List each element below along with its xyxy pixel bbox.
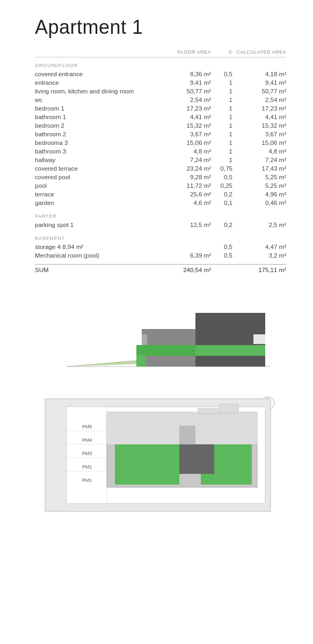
row-c: 1 (211, 105, 232, 112)
row-name: parking spot 1 (35, 222, 163, 228)
table-row: covered terrace23,24 m²0,7517,43 m² (35, 164, 286, 173)
row-name: covered terrace (35, 165, 163, 172)
svg-rect-4 (195, 345, 265, 356)
row-c: 1 (211, 140, 232, 146)
row-c: 1 (211, 88, 232, 94)
row-calc: 4,18 m² (232, 71, 286, 77)
table-row: terrace25,6 m²0,24,96 m² (35, 190, 286, 199)
sum-label: SUM (35, 267, 163, 273)
row-calc: 7,24 m² (232, 157, 286, 163)
row-c: 1 (211, 157, 232, 163)
table-row: parking spot 112,5 m²0,22,5 m² (35, 221, 286, 229)
row-area: 3,67 m² (163, 131, 211, 137)
table-body: GROUNDFLOORcovered entrance8,36 m²0,54,1… (35, 58, 286, 262)
section-label: PARTER (35, 209, 286, 221)
row-calc: 4,8 m² (232, 148, 286, 155)
floorplan-svg: N PM5 PM4 PM3 PM2 PM1 (37, 393, 284, 517)
row-calc: 3,67 m² (232, 131, 286, 137)
row-c: 1 (211, 79, 232, 86)
row-calc: 17,23 m² (232, 105, 286, 112)
row-c: 0,75 (211, 165, 232, 172)
row-calc: 15,06 m² (232, 140, 286, 146)
row-calc: 2,54 m² (232, 97, 286, 103)
table-row: Mechanical room (pool)6,39 m²0,53,2 m² (35, 251, 286, 260)
row-name: bathroom 3 (35, 148, 163, 155)
row-name: bedroom 2 (35, 122, 163, 129)
sum-row: SUM 240,54 m² 175,11 m² (35, 264, 286, 275)
row-c: 1 (211, 114, 232, 120)
svg-rect-5 (136, 345, 195, 356)
col-c: C (211, 49, 232, 55)
row-c: 0,2 (211, 191, 232, 197)
row-c: 0,5 (211, 244, 232, 250)
row-area: 4,41 m² (163, 114, 211, 120)
row-calc: 15,32 m² (232, 122, 286, 129)
row-name: Mechanical room (pool) (35, 252, 163, 259)
svg-text:PM1: PM1 (82, 478, 92, 483)
table-row: covered pool9,28 m²0,55,25 m² (35, 173, 286, 181)
table-row: storage 4 8,94 m²0,54,47 m² (35, 243, 286, 251)
row-c: 1 (211, 131, 232, 137)
row-area: 50,77 m² (163, 88, 211, 94)
row-area: 9,41 m² (163, 79, 211, 86)
row-name: covered pool (35, 174, 163, 180)
row-name: bedrooma 3 (35, 140, 163, 146)
section-label: BASEMENT (35, 231, 286, 243)
svg-rect-9 (136, 355, 146, 367)
row-name: bedroom 1 (35, 105, 163, 112)
svg-text:PM4: PM4 (82, 437, 92, 443)
row-area: 6,39 m² (163, 252, 211, 259)
table-row: wc2,54 m²12,54 m² (35, 96, 286, 104)
row-c: 1 (211, 122, 232, 129)
table-row: entrance9,41 m²19,41 m² (35, 78, 286, 87)
floorplan-section: N PM5 PM4 PM3 PM2 PM1 (35, 393, 286, 517)
row-area: 4,6 m² (163, 200, 211, 206)
row-c: 0,5 (211, 174, 232, 180)
svg-text:PM2: PM2 (82, 464, 92, 470)
row-area: 4,8 m² (163, 148, 211, 155)
col-calc-area: CALCULATED AREA (232, 49, 286, 55)
row-name: entrance (35, 79, 163, 86)
row-area: 17,23 m² (163, 105, 211, 112)
building-elevation-svg (45, 291, 276, 377)
row-calc: 3,2 m² (232, 252, 286, 259)
svg-rect-26 (115, 444, 179, 485)
area-table: FLOOR AREA C CALCULATED AREA GROUNDFLOOR… (35, 49, 286, 275)
row-name: pool (35, 182, 163, 189)
col-floor-area: FLOOR AREA (163, 49, 211, 55)
table-row: living room, kitchen and dining room50,7… (35, 87, 286, 96)
row-area (163, 244, 211, 250)
svg-rect-30 (179, 426, 195, 444)
row-calc: 17,43 m² (232, 165, 286, 172)
row-name: storage 4 8,94 m² (35, 244, 163, 250)
row-name: covered entrance (35, 71, 163, 77)
row-c: 0,2 (211, 222, 232, 228)
row-c: 0,5 (211, 71, 232, 77)
row-c: 1 (211, 97, 232, 103)
row-c: 0,5 (211, 252, 232, 259)
col-name (35, 49, 163, 55)
table-row: bedroom 215,32 m²115,32 m² (35, 121, 286, 130)
row-calc: 5,25 m² (232, 182, 286, 189)
row-name: bathroom 1 (35, 114, 163, 120)
row-c: 0,1 (211, 200, 232, 206)
row-calc: 4,47 m² (232, 244, 286, 250)
table-row: bathroom 23,67 m²13,67 m² (35, 130, 286, 138)
row-c: 0,25 (211, 182, 232, 189)
row-name: terrace (35, 191, 163, 197)
table-row: bedroom 117,23 m²117,23 m² (35, 104, 286, 113)
svg-rect-32 (220, 404, 238, 413)
row-calc: 50,77 m² (232, 88, 286, 94)
row-area: 9,28 m² (163, 174, 211, 180)
table-row: hallway7,24 m²17,24 m² (35, 156, 286, 164)
sum-total-area: 240,54 m² (163, 267, 211, 273)
sum-total-calc: 175,11 m² (232, 267, 286, 273)
svg-rect-6 (142, 334, 147, 345)
table-row: garden4,6 m²0,10,46 m² (35, 199, 286, 207)
svg-text:PM5: PM5 (82, 424, 92, 429)
row-area: 11,72 m² (163, 182, 211, 189)
row-name: wc (35, 97, 163, 103)
svg-text:PM3: PM3 (82, 451, 92, 456)
row-area: 15,32 m² (163, 122, 211, 129)
table-row: pool11,72 m²0,255,25 m² (35, 181, 286, 190)
